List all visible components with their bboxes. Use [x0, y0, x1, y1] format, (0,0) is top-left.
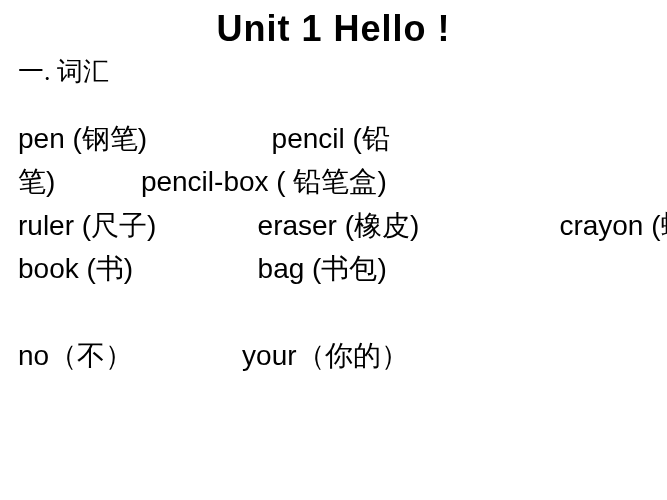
- vocab-line: 笔) pencil-box ( 铅笔盒): [18, 160, 649, 203]
- blank-line: [18, 291, 649, 334]
- vocab-line: pen (钢笔) pencil (铅: [18, 117, 649, 160]
- section-header: 一. 词汇: [0, 54, 667, 89]
- vocab-line: no（不） your（你的）: [18, 334, 649, 377]
- vocab-line: book (书) bag (书包): [18, 247, 649, 290]
- page-title: Unit 1 Hello !: [0, 0, 667, 54]
- vocab-line: ruler (尺子) eraser (橡皮) crayon (蜡笔): [18, 204, 649, 247]
- vocabulary-block: pen (钢笔) pencil (铅 笔) pencil-box ( 铅笔盒) …: [0, 117, 667, 377]
